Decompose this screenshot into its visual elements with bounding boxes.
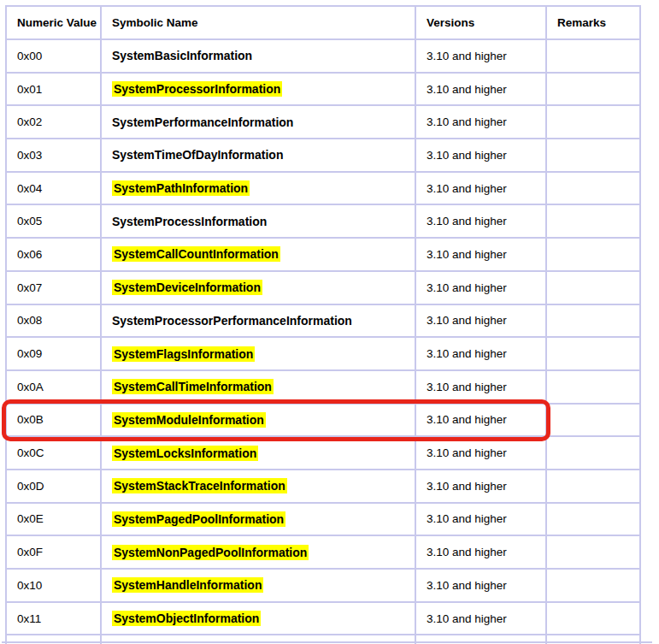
table-row: 0x08 SystemProcessorPerformanceInformati… (6, 304, 640, 338)
numeric-value-cell: 0x0B (6, 404, 101, 437)
table-row: 0x11 SystemObjectInformation 3.10 and hi… (6, 602, 640, 635)
numeric-value-cell: 0x0D (6, 470, 101, 503)
versions-value: 3.10 and higher (427, 182, 507, 195)
remarks-cell (546, 139, 640, 172)
numeric-value: 0x11 (17, 612, 41, 625)
versions-value: 3.10 and higher (427, 215, 507, 227)
symbolic-name: SystemPathInformation (112, 180, 250, 196)
versions-cell: 3.10 and higher (415, 39, 546, 73)
symbolic-name-cell: SystemFlagsInformation (101, 337, 415, 370)
symbolic-name-cell: SystemHandleInformation (101, 569, 415, 602)
versions-cell: 3.10 and higher (415, 337, 546, 370)
numeric-value: 0x0F (17, 546, 43, 558)
symbolic-name: SystemLocksInformation (112, 446, 258, 461)
numeric-value: 0x02 (17, 115, 42, 128)
system-information-class-table: Numeric Value Symbolic Name Versions Rem… (5, 5, 641, 644)
versions-cell: 3.10 and higher (415, 139, 546, 172)
symbolic-name: SystemStackTraceInformation (112, 478, 287, 493)
numeric-value-cell: 0x0E (6, 503, 101, 536)
symbolic-name-cell: SystemDeviceInformation (101, 271, 415, 304)
numeric-value-cell: 0x03 (6, 139, 101, 172)
numeric-value-cell: 0x09 (6, 337, 101, 370)
table-header-row: Numeric Value Symbolic Name Versions Rem… (6, 6, 640, 39)
symbolic-name: SystemTimeOfDayInformation (112, 148, 283, 162)
remarks-cell (546, 73, 640, 106)
versions-value: 3.10 and higher (427, 50, 507, 62)
table-row: 0x0E SystemPagedPoolInformation 3.10 and… (6, 503, 640, 536)
versions-cell: 3.10 and higher (415, 271, 546, 304)
symbolic-name: SystemNonPagedPoolInformation (112, 545, 309, 560)
table-row: 0x04 SystemPathInformation 3.10 and high… (6, 172, 640, 205)
versions-value: 3.10 and higher (427, 381, 507, 393)
versions-cell: 3.10 and higher (415, 404, 546, 437)
numeric-value: 0x05 (17, 215, 42, 227)
symbolic-name: SystemProcessInformation (112, 215, 267, 228)
table-row: 0x0F SystemNonPagedPoolInformation 3.10 … (6, 535, 640, 569)
versions-value: 3.10 and higher (427, 480, 507, 493)
numeric-value-cell: 0x02 (6, 105, 101, 139)
symbolic-name: SystemObjectInformation (112, 611, 261, 626)
numeric-value: 0x04 (17, 182, 42, 195)
remarks-cell (546, 105, 640, 139)
remarks-cell (546, 404, 640, 437)
numeric-value: 0x0B (17, 413, 44, 426)
versions-cell: 3.10 and higher (415, 204, 546, 238)
numeric-value: 0x0C (17, 446, 44, 459)
symbolic-name-cell: SystemStackTraceInformation (101, 470, 415, 503)
numeric-value-cell: 0x0A (6, 370, 101, 404)
symbolic-name: SystemFlagsInformation (112, 346, 255, 362)
numeric-value: 0x07 (17, 281, 42, 294)
table-row: 0x10 SystemHandleInformation 3.10 and hi… (6, 569, 640, 602)
column-header-versions: Versions (415, 6, 546, 39)
table-row: 0x0A SystemCallTimeInformation 3.10 and … (6, 370, 640, 404)
versions-value: 3.10 and higher (427, 281, 507, 294)
numeric-value-cell: 0x05 (6, 204, 101, 238)
numeric-value: 0x08 (17, 314, 42, 327)
symbolic-name-cell: SystemPagedPoolInformation (101, 503, 415, 536)
remarks-cell (546, 602, 640, 635)
versions-cell: 3.10 and higher (415, 370, 546, 404)
versions-cell: 3.10 and higher (415, 436, 546, 470)
versions-cell: 3.10 and higher (415, 105, 546, 139)
table-row-annotated: 0x0B SystemModuleInformation 3.10 and hi… (6, 404, 640, 437)
remarks-cell (546, 370, 640, 404)
versions-value: 3.10 and higher (427, 446, 507, 459)
numeric-value-cell: 0x00 (6, 39, 101, 73)
versions-cell: 3.10 and higher (415, 172, 546, 205)
versions-value: 3.10 and higher (427, 115, 507, 128)
versions-cell: 3.10 and higher (415, 535, 546, 569)
versions-cell: 3.10 and higher (415, 503, 546, 536)
symbolic-name-cell: SystemObjectInformation (101, 602, 415, 635)
numeric-value-cell: 0x08 (6, 304, 101, 338)
numeric-value: 0x10 (17, 579, 42, 592)
versions-value: 3.10 and higher (427, 546, 507, 558)
versions-cell: 3.10 and higher (415, 602, 546, 635)
versions-value: 3.10 and higher (427, 347, 507, 360)
remarks-cell (546, 337, 640, 370)
versions-value: 3.10 and higher (427, 579, 507, 592)
remarks-cell (546, 204, 640, 238)
remarks-cell (546, 238, 640, 271)
symbolic-name: SystemCallTimeInformation (112, 379, 274, 394)
symbolic-name: SystemBasicInformation (112, 49, 252, 62)
numeric-value-cell: 0x0F (6, 535, 101, 569)
symbolic-name-cell: SystemProcessorInformation (101, 73, 415, 106)
versions-value: 3.10 and higher (427, 413, 507, 426)
remarks-cell (546, 503, 640, 536)
symbolic-name-cell: SystemPathInformation (101, 172, 415, 205)
numeric-value-cell: 0x07 (6, 271, 101, 304)
table-row: 0x01 SystemProcessorInformation 3.10 and… (6, 73, 640, 106)
symbolic-name-cell: SystemNonPagedPoolInformation (101, 535, 415, 569)
symbolic-name-cell: SystemProcessorPerformanceInformation (101, 304, 415, 338)
symbolic-name-cell: SystemBasicInformation (101, 39, 415, 73)
versions-cell: 3.10 and higher (415, 238, 546, 271)
table-row: 0x0C SystemLocksInformation 3.10 and hig… (6, 436, 640, 470)
table-row: 0x09 SystemFlagsInformation 3.10 and hig… (6, 337, 640, 370)
numeric-value: 0x03 (17, 149, 42, 162)
symbolic-name: SystemPerformanceInformation (112, 115, 293, 129)
symbolic-name: SystemDeviceInformation (112, 280, 262, 295)
symbolic-name: SystemHandleInformation (112, 577, 263, 593)
versions-cell: 3.10 and higher (415, 304, 546, 338)
symbolic-name: SystemProcessorInformation (112, 81, 282, 97)
versions-value: 3.10 and higher (427, 512, 507, 525)
